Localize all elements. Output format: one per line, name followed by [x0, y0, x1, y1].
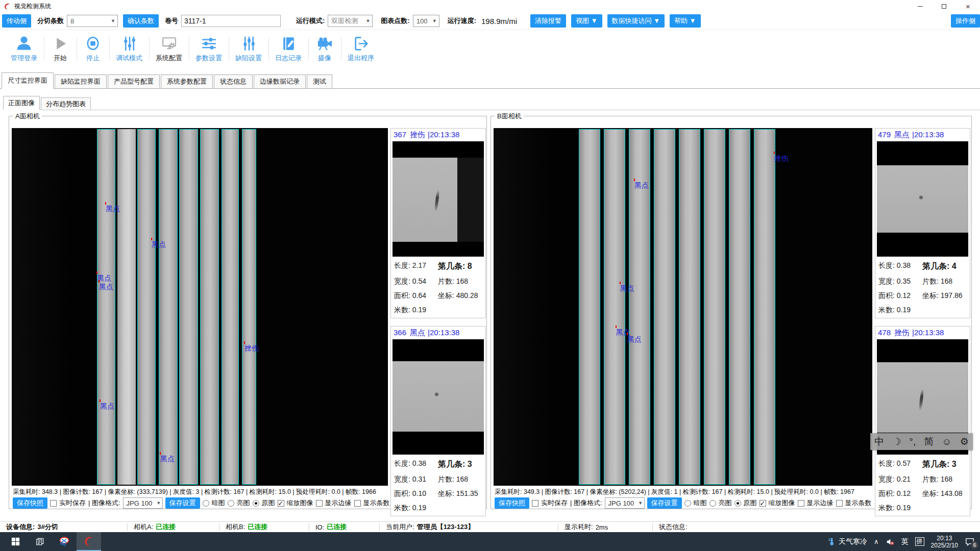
- tabs-0[interactable]: 尺寸监控界面: [2, 72, 54, 89]
- defect-card[interactable]: 366黑点|20:13:38 长度: 0.38 第几条: 3 宽度: 0.31 …: [390, 326, 486, 516]
- show-edge-checkbox[interactable]: [798, 500, 804, 507]
- subtabs-1[interactable]: 分布趋势图表: [41, 97, 91, 110]
- realtime-save-checkbox[interactable]: [532, 500, 538, 507]
- top-toolbar: 传动侧 分切条数 8▼ 确认条数 卷号 3117-1 运行模式: 双面检测▼ 图…: [0, 12, 980, 30]
- show-strips-checkbox[interactable]: [354, 500, 361, 507]
- toolbar-item-system-config[interactable]: 系统配置: [149, 30, 189, 68]
- minimize-button[interactable]: [908, 0, 932, 12]
- weather-text: 天气寒冷: [839, 537, 867, 546]
- ime-item[interactable]: 简: [924, 437, 934, 446]
- volume-muted-button[interactable]: [886, 537, 895, 546]
- run-speed-label: 运行速度:: [448, 16, 476, 26]
- image-format-select[interactable]: JPG 100▼: [123, 497, 163, 509]
- image-format-label: | 图像格式:: [88, 498, 120, 508]
- realtime-save-checkbox[interactable]: [50, 500, 57, 507]
- image-format-select[interactable]: JPG 100▼: [605, 497, 645, 509]
- run-mode-select[interactable]: 双面检测▼: [328, 15, 373, 27]
- clock[interactable]: 20:13 2025/2/10: [931, 535, 958, 549]
- zoom-image-checkbox[interactable]: [760, 500, 766, 507]
- dark-image-radio[interactable]: [684, 500, 691, 507]
- param-settings-icon: [201, 34, 217, 53]
- task-view-button[interactable]: [28, 532, 52, 551]
- defect-annotation: 黑点: [634, 181, 649, 190]
- toolbar-item-param-settings[interactable]: 参数设置: [189, 30, 229, 68]
- operate-side-button[interactable]: 操作侧: [951, 14, 980, 28]
- show-edge-checkbox[interactable]: [316, 500, 323, 507]
- original-image-radio[interactable]: [734, 500, 741, 507]
- toolbar-item-video-camera[interactable]: 摄像: [308, 30, 341, 68]
- ime-item[interactable]: ☽: [892, 437, 901, 446]
- maximize-button[interactable]: [932, 0, 956, 12]
- view-menu-button[interactable]: 视图 ▼: [571, 14, 602, 28]
- defect-annotation: 黑点: [152, 240, 166, 249]
- bright-image-radio[interactable]: [709, 500, 716, 507]
- tabs-2[interactable]: 产品型号配置: [108, 74, 160, 88]
- toolbar-item-exit[interactable]: 退出程序: [341, 30, 381, 68]
- snipping-tool-button[interactable]: [52, 532, 77, 551]
- confirm-count-button[interactable]: 确认条数: [123, 14, 159, 28]
- bright-image-radio[interactable]: [228, 500, 234, 507]
- ime-item[interactable]: °,: [909, 437, 916, 446]
- drive-side-button[interactable]: 传动侧: [2, 14, 31, 28]
- dark-image-radio[interactable]: [203, 500, 209, 507]
- bright-image-label: 亮图: [237, 498, 250, 508]
- app-taskbar-button[interactable]: [77, 532, 101, 551]
- tabs-3[interactable]: 系统参数配置: [161, 74, 213, 88]
- defect-annotation: 黑点: [106, 205, 120, 214]
- defect-card[interactable]: 478挫伤|20:13:38 长度: 0.57 第几条: 3 宽度: 0.21 …: [875, 326, 970, 516]
- tabs-5[interactable]: 边缘数据记录: [254, 74, 306, 88]
- camera-a-group: A面相机 黑点黑点黑点黑点黑点黑点挫伤 367挫伤|20:13:38 长度: 2…: [9, 116, 487, 509]
- camera-b-title: B面相机: [495, 112, 524, 121]
- help-menu-button[interactable]: 帮助 ▼: [670, 14, 700, 28]
- camera-a-image: 黑点黑点黑点黑点黑点黑点挫伤: [12, 128, 388, 486]
- clear-alarm-button[interactable]: 清除报警: [530, 14, 566, 28]
- defect-annotation: 黑点: [627, 335, 642, 344]
- subtabs-0[interactable]: 正面图像: [3, 96, 40, 110]
- tabs-6[interactable]: 测试: [307, 74, 332, 88]
- chart-points-select[interactable]: 100▼: [413, 15, 439, 27]
- save-snapshot-button[interactable]: 保存快照: [13, 497, 47, 509]
- tabs-4[interactable]: 状态信息: [214, 74, 253, 88]
- toolbar-item-label: 日志记录: [275, 54, 302, 63]
- toolbar-item-play[interactable]: 开始: [44, 30, 77, 68]
- film-strip: [117, 129, 136, 485]
- film-strip: [222, 129, 239, 485]
- toolbar-item-stop[interactable]: 停止: [77, 30, 109, 68]
- ime-item[interactable]: ☺: [942, 437, 951, 446]
- show-strips-checkbox[interactable]: [836, 500, 843, 507]
- save-settings-button[interactable]: 保存设置: [647, 497, 682, 509]
- toolbar-item-debug-mode[interactable]: 调试模式: [109, 30, 149, 68]
- toolbar-item-log[interactable]: 日志记录: [268, 30, 308, 68]
- video-camera-icon: [316, 34, 333, 53]
- save-snapshot-button[interactable]: 保存快照: [495, 497, 529, 509]
- ime-item[interactable]: 中: [874, 437, 884, 446]
- language-indicator[interactable]: 英: [901, 537, 909, 546]
- device-info: 设备信息:3#分切: [0, 523, 128, 531]
- bright-image-label: 亮图: [719, 498, 732, 508]
- weather-widget[interactable]: 天气寒冷: [827, 537, 867, 546]
- zoom-image-checkbox[interactable]: [278, 500, 284, 507]
- defect-annotation: 黑点: [99, 283, 113, 292]
- close-button[interactable]: ×: [956, 0, 980, 12]
- defect-card[interactable]: 479黑点|20:13:38 长度: 0.38 第几条: 4 宽度: 0.35 …: [875, 128, 970, 318]
- save-settings-button[interactable]: 保存设置: [165, 497, 200, 509]
- slit-count-select[interactable]: 8▼: [67, 15, 118, 27]
- camera-b-connection: 相机B:已连接: [219, 523, 309, 531]
- start-button[interactable]: [3, 532, 28, 551]
- ime-item[interactable]: ⚙: [960, 437, 969, 446]
- camera-a-defect-panel: 367挫伤|20:13:38 长度: 2.17 第几条: 8 宽度: 0.54 …: [390, 128, 486, 510]
- notification-center-button[interactable]: 6: [965, 537, 975, 547]
- roll-number-input[interactable]: 3117-1: [181, 15, 281, 27]
- original-image-radio[interactable]: [253, 500, 259, 507]
- defect-header: 367挫伤|20:13:38: [393, 130, 484, 141]
- data-quick-access-button[interactable]: 数据快捷访问 ▼: [607, 14, 665, 28]
- defect-card[interactable]: 367挫伤|20:13:38 长度: 2.17 第几条: 8 宽度: 0.54 …: [390, 128, 486, 318]
- realtime-save-label: 实时保存: [541, 498, 568, 508]
- toolbar-item-user[interactable]: 管理登录: [4, 30, 44, 68]
- ime-language-bar[interactable]: 中☽°,简☺⚙: [870, 433, 973, 450]
- toolbar-item-defect-settings[interactable]: 缺陷设置: [229, 30, 268, 68]
- tray-expand-button[interactable]: ∧: [874, 538, 879, 545]
- film-strip: [729, 129, 750, 485]
- tabs-1[interactable]: 缺陷监控界面: [55, 74, 107, 88]
- ime-indicator[interactable]: 拼: [915, 537, 924, 546]
